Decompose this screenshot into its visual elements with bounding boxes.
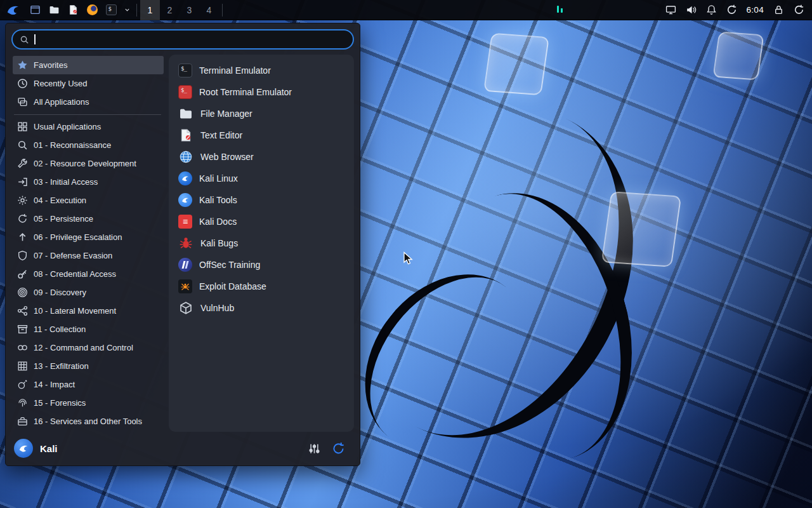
display-icon[interactable] (665, 4, 676, 15)
category-label: Favorites (34, 60, 67, 70)
session-icon[interactable] (794, 4, 804, 15)
category-item-15-forensics[interactable]: 15 - Forensics (13, 394, 164, 412)
app-item-exploit-database[interactable]: Exploit Database (174, 276, 348, 297)
category-item-favorites[interactable]: Favorites (13, 56, 164, 74)
category-label: Usual Applications (34, 122, 101, 131)
lock-icon[interactable] (773, 4, 784, 15)
category-item-09-discovery[interactable]: 09 - Discovery (13, 283, 164, 302)
updates-icon[interactable] (726, 4, 737, 15)
menu-settings-icon[interactable] (308, 443, 320, 455)
app-item-text-editor[interactable]: Text Editor (174, 124, 348, 146)
category-label: 06 - Privilege Escalation (34, 232, 122, 242)
kali-bugs-icon (178, 236, 193, 251)
category-label: 14 - Impact (34, 380, 75, 389)
wallpaper-decoration (601, 191, 682, 267)
app-item-kali-docs[interactable]: Kali Docs (174, 211, 348, 232)
workspace-1[interactable]: 1 (140, 0, 160, 20)
category-item-10-lateral-movement[interactable]: 10 - Lateral Movement (13, 302, 164, 320)
category-item-recently-used[interactable]: Recently Used (13, 74, 164, 93)
app-label: Kali Docs (199, 217, 237, 227)
system-tray: 6:04 (665, 4, 812, 15)
category-item-01-reconnaissance[interactable]: 01 - Reconnaissance (13, 136, 164, 154)
launcher-terminal[interactable] (102, 0, 121, 20)
category-label: 10 - Lateral Movement (34, 306, 116, 316)
category-item-03-initial-access[interactable]: 03 - Initial Access (13, 173, 164, 191)
link-icon (17, 342, 28, 353)
app-label: Web Browser (200, 152, 254, 162)
app-item-root-terminal-emulator[interactable]: Root Terminal Emulator (174, 81, 348, 103)
category-label: Recently Used (34, 79, 88, 88)
app-item-offsec-training[interactable]: OffSec Training (174, 254, 348, 276)
app-label: Root Terminal Emulator (199, 87, 292, 97)
category-item-06-privilege-escalation[interactable]: 06 - Privilege Escalation (13, 228, 164, 246)
app-item-kali-linux[interactable]: Kali Linux (174, 168, 348, 189)
app-item-vulnhub[interactable]: VulnHub (174, 297, 348, 319)
whisker-menu-button[interactable] (0, 0, 25, 20)
offsec-icon (178, 258, 192, 272)
username: Kali (40, 443, 58, 454)
launcher-file-manager[interactable] (44, 0, 63, 20)
category-item-14-impact[interactable]: 14 - Impact (13, 375, 164, 394)
category-label: 13 - Exfiltration (34, 361, 89, 371)
category-item-usual-applications[interactable]: Usual Applications (13, 117, 164, 136)
app-item-web-browser[interactable]: Web Browser (174, 146, 348, 168)
session-button-icon[interactable] (332, 442, 345, 455)
launcher-app-finder[interactable] (25, 0, 44, 20)
workspace-4[interactable]: 4 (199, 0, 219, 20)
category-item-all-applications[interactable]: All Applications (13, 93, 164, 111)
wrench-icon (17, 158, 28, 169)
category-label: 04 - Execution (34, 196, 86, 205)
app-item-file-manager[interactable]: File Manager (174, 103, 348, 124)
text-editor-icon (178, 128, 193, 143)
category-item-07-defense-evasion[interactable]: 07 - Defense Evasion (13, 246, 164, 265)
category-label: 16 - Services and Other Tools (34, 417, 142, 426)
category-item-12-command-and-control[interactable]: 12 - Command and Control (13, 338, 164, 357)
category-item-16-services-and-other-tools[interactable]: 16 - Services and Other Tools (13, 412, 164, 431)
app-list: Terminal Emulator Root Terminal Emulator… (169, 55, 354, 432)
kali-tools-icon (178, 193, 192, 207)
text-caret (34, 34, 36, 44)
panel-separator (136, 4, 137, 17)
terminal-dropdown-button[interactable] (121, 0, 133, 20)
windows-icon (17, 97, 28, 107)
workspace-2[interactable]: 2 (160, 0, 180, 20)
clock[interactable]: 6:04 (747, 5, 764, 15)
fingerprint-icon (17, 398, 28, 408)
volume-icon[interactable] (686, 4, 697, 15)
category-list: Favorites Recently Used All Applications… (11, 55, 164, 432)
workspace-3[interactable]: 3 (180, 0, 199, 20)
category-label: 09 - Discovery (34, 288, 86, 297)
terminal-icon (178, 64, 192, 77)
category-item-13-exfiltration[interactable]: 13 - Exfiltration (13, 357, 164, 375)
category-item-11-collection[interactable]: 11 - Collection (13, 320, 164, 338)
whisker-menu: Favorites Recently Used All Applications… (5, 23, 360, 466)
launcher-web-browser[interactable] (82, 0, 102, 20)
category-item-02-resource-development[interactable]: 02 - Resource Development (13, 154, 164, 173)
key-icon (17, 269, 28, 279)
category-item-08-credential-access[interactable]: 08 - Credential Access (13, 265, 164, 283)
app-label: Kali Bugs (200, 238, 238, 248)
notifications-icon[interactable] (706, 4, 717, 15)
kali-logo-icon (5, 2, 21, 18)
app-item-kali-bugs[interactable]: Kali Bugs (174, 232, 348, 254)
app-label: VulnHub (200, 303, 234, 313)
share-icon (17, 305, 28, 316)
app-item-kali-tools[interactable]: Kali Tools (174, 189, 348, 211)
vulnhub-icon (178, 300, 193, 316)
menu-footer: Kali (11, 432, 354, 460)
top-panel: 1 2 3 4 6:04 (0, 0, 812, 20)
window-icon (30, 4, 41, 15)
app-item-terminal-emulator[interactable]: Terminal Emulator (174, 60, 348, 81)
category-label: 12 - Command and Control (34, 343, 133, 352)
category-item-04-execution[interactable]: 04 - Execution (13, 191, 164, 210)
category-item-05-persistence[interactable]: 05 - Persistence (13, 210, 164, 228)
kali-user-icon (14, 439, 33, 458)
category-label: 07 - Defense Evasion (34, 251, 112, 260)
wallpaper-decoration (712, 31, 764, 80)
category-label: 08 - Credential Access (34, 269, 116, 279)
kali-linux-icon (178, 171, 192, 185)
launcher-text-editor[interactable] (63, 0, 82, 20)
search-bar[interactable] (11, 29, 354, 50)
category-label: 03 - Initial Access (34, 177, 98, 187)
search-input[interactable] (41, 34, 346, 44)
